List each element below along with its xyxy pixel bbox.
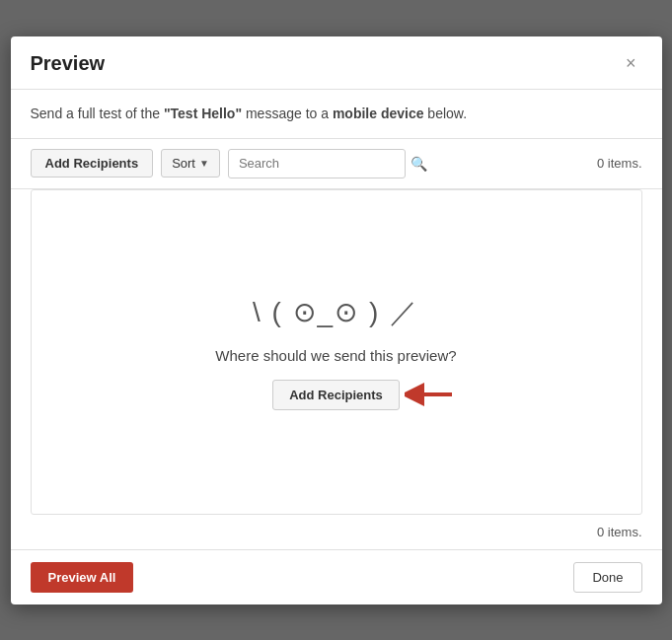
- modal-description: Send a full test of the "Test Hello" mes…: [11, 90, 662, 139]
- search-input[interactable]: [239, 156, 405, 171]
- modal-title: Preview: [31, 52, 106, 75]
- modal-dialog: Preview × Send a full test of the "Test …: [11, 36, 662, 604]
- modal-overlay: Preview × Send a full test of the "Test …: [0, 0, 672, 640]
- footer-items-count: 0 items.: [11, 515, 662, 549]
- empty-state-icon: \ ( ⊙_⊙ ) ／: [253, 294, 419, 331]
- toolbar: Add Recipients Sort ▼ 🔍 0 items.: [11, 139, 662, 189]
- description-suffix: below.: [423, 106, 467, 121]
- toolbar-items-count: 0 items.: [597, 156, 642, 171]
- modal-footer: Preview All Done: [11, 549, 662, 604]
- search-icon: 🔍: [411, 156, 427, 172]
- sort-caret-icon: ▼: [199, 158, 209, 169]
- description-prefix: Send a full test of the: [31, 106, 164, 121]
- close-button[interactable]: ×: [620, 52, 642, 74]
- description-middle: message to a: [242, 106, 333, 121]
- add-recipients-center-wrapper: Add Recipients: [272, 380, 400, 410]
- modal-body: \ ( ⊙_⊙ ) ／ Where should we send this pr…: [31, 189, 642, 515]
- empty-state: \ ( ⊙_⊙ ) ／ Where should we send this pr…: [195, 254, 476, 450]
- description-device: mobile device: [333, 106, 424, 121]
- description-message: "Test Hello": [164, 106, 242, 121]
- red-arrow-icon: [405, 377, 454, 412]
- sort-button[interactable]: Sort ▼: [161, 149, 220, 178]
- sort-label: Sort: [172, 156, 195, 171]
- modal-header: Preview ×: [11, 36, 662, 90]
- empty-state-text: Where should we send this preview?: [215, 347, 456, 364]
- preview-all-button[interactable]: Preview All: [31, 562, 134, 593]
- add-recipients-toolbar-button[interactable]: Add Recipients: [31, 149, 154, 178]
- search-box: 🔍: [228, 149, 406, 178]
- add-recipients-center-button[interactable]: Add Recipients: [272, 380, 400, 410]
- done-button[interactable]: Done: [573, 562, 641, 593]
